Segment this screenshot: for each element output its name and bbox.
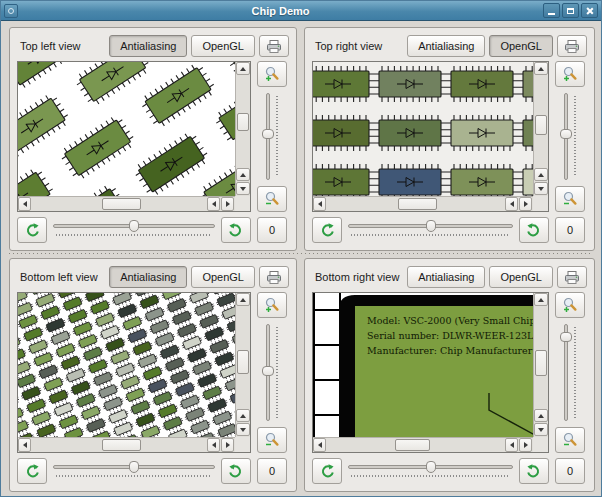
scroll-left-button-secondary[interactable] [207,197,220,211]
scroll-left-button[interactable] [18,438,31,452]
horizontal-scrollbar-thumb[interactable] [395,439,431,451]
horizontal-scrollbar[interactable] [313,437,533,452]
print-button[interactable] [557,35,587,57]
rotate-slider[interactable] [346,217,515,243]
antialiasing-button[interactable]: Antialiasing [407,266,485,288]
opengl-button[interactable]: OpenGL [489,35,553,57]
zoom-slider-handle[interactable] [560,129,572,139]
graphics-view[interactable] [18,62,235,196]
reset-button[interactable]: 0 [555,217,585,243]
rotate-slider[interactable] [51,458,217,484]
scroll-up-button-secondary[interactable] [534,168,548,181]
scroll-left-button-secondary[interactable] [207,438,220,452]
vertical-scrollbar[interactable] [235,293,250,437]
zoom-slider-handle[interactable] [262,129,274,139]
horizontal-scrollbar-thumb[interactable] [102,439,141,451]
zoom-out-button[interactable] [257,427,287,453]
print-button[interactable] [259,35,289,57]
scroll-down-button[interactable] [534,423,548,436]
vertical-scrollbar-thumb[interactable] [535,115,547,135]
horizontal-scrollbar-thumb[interactable] [102,198,141,210]
zoom-in-button[interactable] [257,292,287,318]
reset-button[interactable]: 0 [257,217,287,243]
rotate-slider[interactable] [346,458,515,484]
zoom-slider[interactable] [556,322,584,423]
zoom-in-button[interactable] [555,61,585,87]
scroll-up-button-secondary[interactable] [236,409,250,422]
titlebar[interactable]: Chip Demo [1,1,601,21]
zoom-slider-handle[interactable] [262,366,274,376]
scroll-right-button[interactable] [221,438,234,452]
opengl-button[interactable]: OpenGL [191,266,255,288]
scroll-down-button[interactable] [534,182,548,195]
scroll-up-button[interactable] [534,62,548,75]
print-button[interactable] [259,266,289,288]
scroll-left-button[interactable] [313,197,326,211]
zoom-out-button[interactable] [555,186,585,212]
zoom-in-button[interactable] [555,292,585,318]
rotate-slider-handle[interactable] [426,461,436,473]
reset-button[interactable]: 0 [257,458,287,484]
scroll-down-button[interactable] [236,182,250,195]
rotate-right-button[interactable] [519,458,549,484]
horizontal-scrollbar[interactable] [313,196,533,211]
zoom-in-button[interactable] [257,61,287,87]
vertical-scrollbar[interactable] [533,62,548,196]
rotate-slider-handle[interactable] [129,461,139,473]
zoom-out-button[interactable] [555,427,585,453]
scroll-right-button[interactable] [221,197,234,211]
vertical-scrollbar[interactable] [235,62,250,196]
rotate-left-button[interactable] [312,217,342,243]
scroll-left-button-secondary[interactable] [505,197,518,211]
horizontal-scrollbar[interactable] [18,437,235,452]
scroll-left-button[interactable] [18,197,31,211]
vertical-scrollbar-thumb[interactable] [237,350,249,374]
graphics-view[interactable]: Model: VSC-2000 (Very Small Chip) at 9Se… [313,293,533,437]
scroll-up-button-secondary[interactable] [236,168,250,181]
rotate-slider-handle[interactable] [426,220,436,232]
scroll-up-button[interactable] [534,293,548,306]
scroll-left-button[interactable] [313,438,326,452]
splitter-handle[interactable] [9,253,593,254]
scroll-down-button[interactable] [236,423,250,436]
scroll-left-button-secondary[interactable] [505,438,518,452]
horizontal-scrollbar[interactable] [18,196,235,211]
rotate-right-icon [228,222,244,238]
zoom-slider-handle[interactable] [560,332,572,342]
print-button[interactable] [557,266,587,288]
rotate-slider[interactable] [51,217,217,243]
vertical-scrollbar-thumb[interactable] [237,113,249,131]
vertical-scrollbar[interactable] [533,293,548,437]
graphics-view[interactable] [18,293,235,437]
zoom-slider[interactable] [258,91,286,182]
zoom-out-button[interactable] [257,186,287,212]
rotate-left-button[interactable] [17,217,47,243]
minimize-button[interactable] [543,3,560,18]
antialiasing-button[interactable]: Antialiasing [407,35,485,57]
rotate-slider-handle[interactable] [129,220,139,232]
maximize-button[interactable] [562,3,579,18]
horizontal-scrollbar-thumb[interactable] [398,198,437,210]
view-label: Top left view [17,40,105,52]
zoom-slider[interactable] [556,91,584,182]
opengl-button[interactable]: OpenGL [489,266,553,288]
scroll-up-button[interactable] [236,62,250,75]
rotate-right-button[interactable] [519,217,549,243]
scroll-up-button[interactable] [236,293,250,306]
window-menu-icon[interactable] [4,4,18,18]
graphics-view[interactable] [313,62,533,196]
close-button[interactable] [581,3,598,18]
zoom-slider[interactable] [258,322,286,423]
vertical-scrollbar-thumb[interactable] [535,350,547,377]
opengl-button[interactable]: OpenGL [191,35,255,57]
scroll-up-button-secondary[interactable] [534,409,548,422]
reset-button[interactable]: 0 [555,458,585,484]
scroll-right-button[interactable] [519,197,532,211]
antialiasing-button[interactable]: Antialiasing [109,266,187,288]
rotate-right-button[interactable] [221,458,251,484]
rotate-left-button[interactable] [312,458,342,484]
antialiasing-button[interactable]: Antialiasing [109,35,187,57]
rotate-left-button[interactable] [17,458,47,484]
scroll-right-button[interactable] [519,438,532,452]
rotate-right-button[interactable] [221,217,251,243]
